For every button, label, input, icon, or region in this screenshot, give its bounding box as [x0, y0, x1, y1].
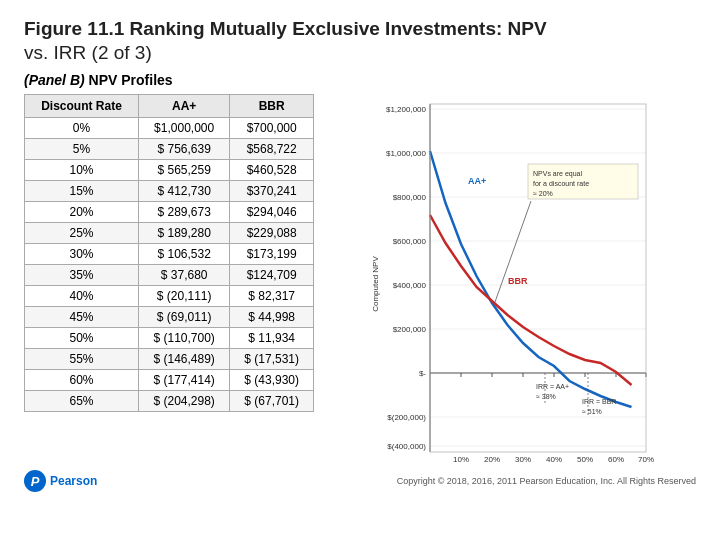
table-header-row: Discount Rate AA+ BBR: [25, 95, 314, 118]
table-cell-12-0: 60%: [25, 370, 139, 391]
copyright-text: Copyright © 2018, 2016, 2011 Pearson Edu…: [397, 476, 696, 486]
svg-text:AA+: AA+: [468, 176, 486, 186]
chart-section: $1,200,000 $1,000,000 $800,000 $600,000 …: [330, 94, 696, 464]
page-title-line1: Figure 11.1 Ranking Mutually Exclusive I…: [24, 18, 696, 40]
table-cell-2-0: 10%: [25, 160, 139, 181]
table-cell-11-2: $ (17,531): [230, 349, 314, 370]
svg-text:≈ 51%: ≈ 51%: [582, 408, 602, 415]
table-row: 25%$ 189,280$229,088: [25, 223, 314, 244]
table-row: 45%$ (69,011)$ 44,998: [25, 307, 314, 328]
col-header-discount: Discount Rate: [25, 95, 139, 118]
table-cell-7-2: $124,709: [230, 265, 314, 286]
svg-text:$200,000: $200,000: [393, 325, 427, 334]
figure-subtitle: vs. IRR (2 of 3): [24, 42, 152, 63]
svg-line-42: [495, 201, 531, 302]
table-row: 20%$ 289,673$294,046: [25, 202, 314, 223]
panel-label: (Panel B): [24, 72, 85, 88]
table-row: 10%$ 565,259$460,528: [25, 160, 314, 181]
table-cell-7-0: 35%: [25, 265, 139, 286]
svg-text:≈ 38%: ≈ 38%: [536, 393, 556, 400]
col-header-aa: AA+: [138, 95, 229, 118]
table-cell-8-0: 40%: [25, 286, 139, 307]
table-cell-5-1: $ 189,280: [138, 223, 229, 244]
table-row: 40%$ (20,111)$ 82,317: [25, 286, 314, 307]
main-content: Discount Rate AA+ BBR 0%$1,000,000$700,0…: [24, 94, 696, 464]
table-cell-1-2: $568,722: [230, 139, 314, 160]
table-cell-10-1: $ (110,700): [138, 328, 229, 349]
chart-container: $1,200,000 $1,000,000 $800,000 $600,000 …: [368, 94, 658, 464]
table-row: 65%$ (204,298)$ (67,701): [25, 391, 314, 412]
svg-text:70%: 70%: [638, 455, 654, 464]
svg-text:$1,000,000: $1,000,000: [386, 149, 427, 158]
table-cell-9-0: 45%: [25, 307, 139, 328]
svg-text:40%: 40%: [546, 455, 562, 464]
table-cell-0-0: 0%: [25, 118, 139, 139]
svg-text:20%: 20%: [484, 455, 500, 464]
table-cell-5-2: $229,088: [230, 223, 314, 244]
svg-text:IRR = AA+: IRR = AA+: [536, 383, 569, 390]
svg-text:60%: 60%: [608, 455, 624, 464]
table-cell-13-0: 65%: [25, 391, 139, 412]
table-cell-9-1: $ (69,011): [138, 307, 229, 328]
table-cell-3-2: $370,241: [230, 181, 314, 202]
svg-text:IRR = BBR: IRR = BBR: [582, 398, 616, 405]
table-cell-2-2: $460,528: [230, 160, 314, 181]
table-cell-12-2: $ (43,930): [230, 370, 314, 391]
table-cell-6-0: 30%: [25, 244, 139, 265]
table-row: 55%$ (146,489)$ (17,531): [25, 349, 314, 370]
page-title-line2: vs. IRR (2 of 3): [24, 42, 696, 64]
table-cell-1-0: 5%: [25, 139, 139, 160]
pearson-logo: P Pearson: [24, 470, 97, 492]
table-cell-0-1: $1,000,000: [138, 118, 229, 139]
table-cell-11-1: $ (146,489): [138, 349, 229, 370]
svg-text:30%: 30%: [515, 455, 531, 464]
col-header-bbr: BBR: [230, 95, 314, 118]
svg-text:$(400,000): $(400,000): [387, 442, 426, 451]
table-cell-5-0: 25%: [25, 223, 139, 244]
table-row: 50%$ (110,700)$ 11,934: [25, 328, 314, 349]
pearson-text: Pearson: [50, 474, 97, 488]
table-cell-3-0: 15%: [25, 181, 139, 202]
table-cell-6-2: $173,199: [230, 244, 314, 265]
table-cell-7-1: $ 37,680: [138, 265, 229, 286]
table-row: 35%$ 37,680$124,709: [25, 265, 314, 286]
footer: P Pearson Copyright © 2018, 2016, 2011 P…: [24, 470, 696, 492]
figure-label: Figure 11.1 Ranking Mutually Exclusive I…: [24, 18, 547, 39]
svg-text:$(200,000): $(200,000): [387, 413, 426, 422]
table-row: 0%$1,000,000$700,000: [25, 118, 314, 139]
table-cell-13-2: $ (67,701): [230, 391, 314, 412]
table-cell-9-2: $ 44,998: [230, 307, 314, 328]
table-row: 60%$ (177,414)$ (43,930): [25, 370, 314, 391]
svg-text:$400,000: $400,000: [393, 281, 427, 290]
panel-heading: (Panel B) NPV Profiles: [24, 72, 696, 88]
svg-text:$-: $-: [419, 369, 426, 378]
table-cell-3-1: $ 412,730: [138, 181, 229, 202]
svg-text:$800,000: $800,000: [393, 193, 427, 202]
svg-text:NPVs are equal: NPVs are equal: [533, 170, 582, 178]
svg-text:50%: 50%: [577, 455, 593, 464]
table-cell-8-1: $ (20,111): [138, 286, 229, 307]
svg-text:$600,000: $600,000: [393, 237, 427, 246]
table-cell-11-0: 55%: [25, 349, 139, 370]
table-cell-4-0: 20%: [25, 202, 139, 223]
svg-text:≈ 20%: ≈ 20%: [533, 190, 553, 197]
table-cell-8-2: $ 82,317: [230, 286, 314, 307]
table-cell-12-1: $ (177,414): [138, 370, 229, 391]
pearson-p-icon: P: [24, 470, 46, 492]
svg-text:10%: 10%: [453, 455, 469, 464]
table-cell-0-2: $700,000: [230, 118, 314, 139]
table-cell-6-1: $ 106,532: [138, 244, 229, 265]
table-row: 15%$ 412,730$370,241: [25, 181, 314, 202]
svg-text:for a discount rate: for a discount rate: [533, 180, 589, 187]
table-cell-2-1: $ 565,259: [138, 160, 229, 181]
table-cell-13-1: $ (204,298): [138, 391, 229, 412]
table-cell-10-0: 50%: [25, 328, 139, 349]
table-row: 5%$ 756,639$568,722: [25, 139, 314, 160]
table-cell-4-1: $ 289,673: [138, 202, 229, 223]
table-section: Discount Rate AA+ BBR 0%$1,000,000$700,0…: [24, 94, 314, 464]
npv-chart: $1,200,000 $1,000,000 $800,000 $600,000 …: [368, 94, 658, 464]
svg-text:BBR: BBR: [508, 276, 528, 286]
table-cell-10-2: $ 11,934: [230, 328, 314, 349]
svg-text:$1,200,000: $1,200,000: [386, 105, 427, 114]
table-row: 30%$ 106,532$173,199: [25, 244, 314, 265]
